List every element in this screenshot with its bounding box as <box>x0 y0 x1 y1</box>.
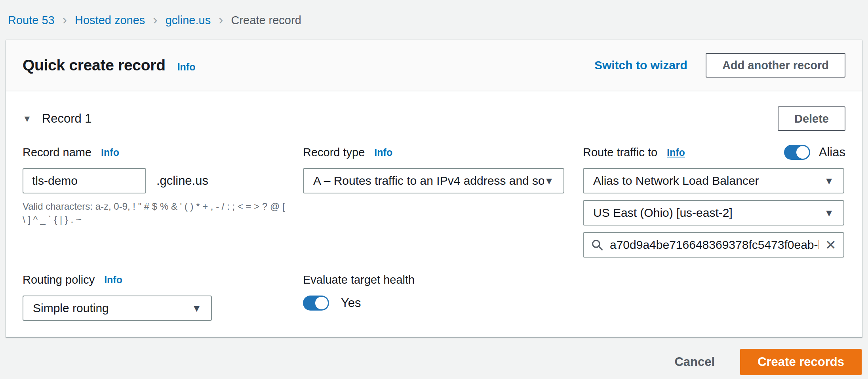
record-name-valid-characters-hint: Valid characters: a-z, 0-9, ! " # $ % & … <box>23 200 289 226</box>
delete-record-button[interactable]: Delete <box>778 106 845 131</box>
breadcrumb-link-route53[interactable]: Route 53 <box>8 14 55 27</box>
record-type-selected-value: A – Routes traffic to an IPv4 address an… <box>313 174 544 188</box>
breadcrumb-link-hosted-zones[interactable]: Hosted zones <box>75 14 145 27</box>
routing-policy-selected-value: Simple routing <box>33 301 109 315</box>
toggle-knob <box>315 297 328 309</box>
route-traffic-info-link[interactable]: Info <box>667 147 685 158</box>
record-type-info-link[interactable]: Info <box>374 147 392 158</box>
routing-policy-info-link[interactable]: Info <box>104 274 122 286</box>
record-type-select[interactable]: A – Routes traffic to an IPv4 address an… <box>303 168 564 193</box>
chevron-down-icon: ▼ <box>824 208 834 218</box>
routing-policy-label: Routing policy <box>23 273 95 286</box>
alias-target-type-select[interactable]: Alias to Network Load Balancer ▼ <box>583 168 844 193</box>
clear-search-icon[interactable]: ✕ <box>825 238 837 252</box>
breadcrumb-link-gcline-us[interactable]: gcline.us <box>166 14 211 27</box>
panel-info-link[interactable]: Info <box>177 61 196 73</box>
region-select[interactable]: US East (Ohio) [us-east-2] ▼ <box>583 200 844 226</box>
record-form-row-1: Record name Info .gcline.us Valid charac… <box>23 144 845 258</box>
record-title: Record 1 <box>42 112 92 126</box>
search-icon <box>591 239 603 251</box>
load-balancer-search-input[interactable] <box>609 238 820 252</box>
load-balancer-search-box: ✕ <box>583 232 844 258</box>
alias-target-type-value: Alias to Network Load Balancer <box>593 174 759 188</box>
evaluate-target-health-toggle[interactable] <box>303 296 329 311</box>
form-actions: Cancel Create records <box>0 337 868 379</box>
record-1-expander[interactable]: ▼ Record 1 <box>23 112 92 126</box>
breadcrumb: Route 53 › Hosted zones › gcline.us › Cr… <box>0 0 868 27</box>
breadcrumb-separator-icon: › <box>153 13 157 26</box>
chevron-down-icon: ▼ <box>544 176 554 186</box>
triangle-down-icon: ▼ <box>23 114 32 123</box>
routing-policy-select[interactable]: Simple routing ▼ <box>23 296 212 321</box>
toggle-knob <box>796 146 809 159</box>
panel-header: Quick create record Info Switch to wizar… <box>6 40 862 91</box>
chevron-down-icon: ▼ <box>192 303 202 313</box>
record-name-label: Record name <box>23 146 91 159</box>
region-selected-value: US East (Ohio) [us-east-2] <box>593 206 733 220</box>
panel-body: ▼ Record 1 Delete Record name Info .gcli… <box>6 91 862 337</box>
create-records-button[interactable]: Create records <box>740 349 862 375</box>
cancel-button[interactable]: Cancel <box>672 354 717 370</box>
route-traffic-to-label: Route traffic to <box>583 146 657 159</box>
record-name-info-link[interactable]: Info <box>101 147 119 158</box>
record-form-row-2: Routing policy Info Simple routing ▼ Eva… <box>23 272 845 321</box>
alias-toggle-label: Alias <box>819 145 845 159</box>
breadcrumb-current-create-record: Create record <box>231 14 301 27</box>
alias-toggle[interactable] <box>784 145 810 160</box>
breadcrumb-separator-icon: › <box>219 13 223 26</box>
quick-create-record-panel: Quick create record Info Switch to wizar… <box>6 40 862 337</box>
evaluate-target-health-label: Evaluate target health <box>303 273 415 286</box>
evaluate-target-health-toggle-label: Yes <box>341 296 361 310</box>
record-name-input[interactable] <box>23 168 146 193</box>
chevron-down-icon: ▼ <box>824 176 834 186</box>
add-another-record-button[interactable]: Add another record <box>706 53 845 78</box>
record-name-domain-suffix: .gcline.us <box>156 174 208 188</box>
switch-to-wizard-link[interactable]: Switch to wizard <box>594 59 687 72</box>
page-title: Quick create record <box>23 57 166 74</box>
record-type-label: Record type <box>303 146 365 159</box>
breadcrumb-separator-icon: › <box>63 13 67 26</box>
